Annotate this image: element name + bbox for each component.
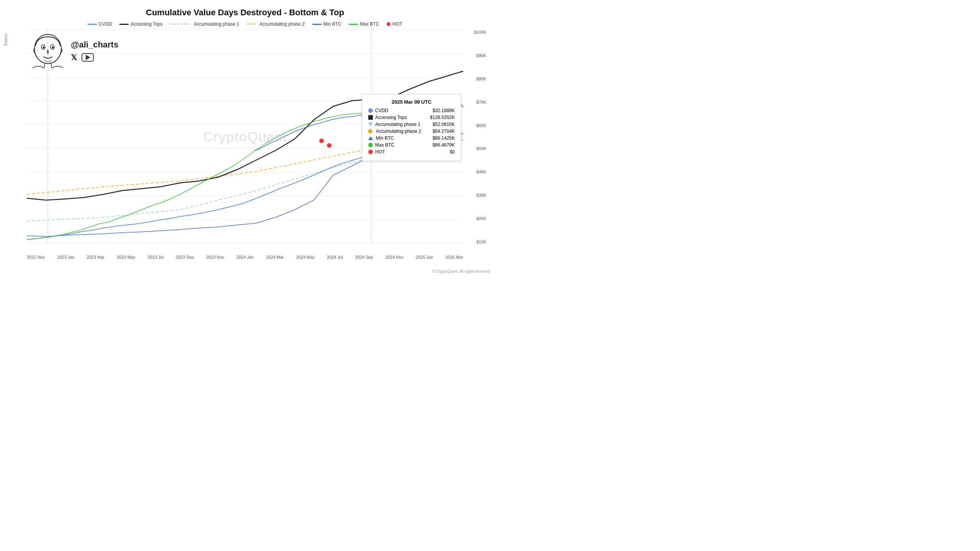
tooltip-value-accessing-tops: $128.5352K <box>430 115 455 120</box>
x-label-14: 2025 Mar <box>445 255 463 259</box>
tooltip-icon-min-btc <box>368 136 373 140</box>
x-label-2: 2023 Mar <box>87 255 105 259</box>
x-label-11: 2024 Sep <box>355 255 373 259</box>
x-label-1: 2023 Jan <box>57 255 74 259</box>
tooltip-value-acc-phase2: $84.2704K <box>433 129 455 134</box>
chart-area: Bottom $100K $90K $80K $70K $60K $50K $4… <box>27 30 463 244</box>
tooltip-row-cvdd: CVDD $32.1888K <box>368 108 455 113</box>
legend-min-btc: Min BTC <box>312 21 341 27</box>
tooltip-label-max-btc: Max BTC <box>375 142 394 148</box>
y-axis-right: $100K $90K $80K $70K $60K $50K $40K $30K… <box>474 30 486 244</box>
tooltip-label-acc-phase1: Accumulating phase 1 <box>375 122 420 127</box>
tooltip-row-hot: HOT $0 <box>368 149 455 155</box>
tooltip-label-cvdd: CVDD <box>375 108 388 113</box>
tooltip-row-acc-phase2: Accumulating phase 2 $84.2704K <box>368 129 455 134</box>
x-label-12: 2024 Nov <box>385 255 403 259</box>
tooltip-box: 2025 Mar 09 UTC CVDD $32.1888K Accessing… <box>362 94 461 161</box>
tooltip-icon-max-btc <box>368 143 373 147</box>
copyright-text: © CryptoQuant. All rights reserved <box>432 269 490 274</box>
x-label-0: 2022 Nov <box>27 255 45 259</box>
legend-max-btc: Max BTC <box>349 21 379 27</box>
x-label-7: 2024 Jan <box>237 255 254 259</box>
x-icon: 𝕏 <box>71 53 77 62</box>
tooltip-icon-hot <box>368 150 373 154</box>
play-icon <box>86 55 90 60</box>
tooltip-value-hot: $0 <box>450 149 455 155</box>
svg-line-20 <box>44 64 45 68</box>
svg-point-15 <box>34 34 61 64</box>
tooltip-label-acc-phase2: Accumulating phase 2 <box>376 129 421 134</box>
tooltip-value-acc-phase1: $52.0815K <box>433 122 455 127</box>
x-axis: 2022 Nov 2023 Jan 2023 Mar 2023 May 2023… <box>27 255 463 259</box>
tooltip-label-accessing-tops: Accessing Tops <box>375 115 407 120</box>
tooltip-row-max-btc: Max BTC $86.4679K <box>368 142 455 148</box>
x-label-8: 2024 Mar <box>266 255 284 259</box>
legend-acc-phase1: Accumulating phase 1 <box>170 21 239 27</box>
x-label-3: 2023 May <box>117 255 135 259</box>
avatar-area: @ali_charts 𝕏 <box>29 34 118 68</box>
avatar-illustration <box>29 34 67 68</box>
tooltip-title: 2025 Mar 09 UTC <box>368 99 455 105</box>
legend-acc-phase2: Accumulating phase 2 <box>247 21 305 27</box>
legend-cvdd: CVDD <box>88 21 112 27</box>
tooltip-value-min-btc: $86.1425K <box>433 135 455 141</box>
svg-point-18 <box>43 47 45 49</box>
username: @ali_charts <box>71 40 118 50</box>
tooltip-row-accessing-tops: Accessing Tops $128.5352K <box>368 115 455 120</box>
tooltip-icon-acc-phase2 <box>368 129 373 134</box>
legend: CVDD Accessing Tops Accumulating phase 1… <box>27 21 463 27</box>
tooltip-icon-accessing-tops <box>368 115 373 120</box>
tooltip-value-max-btc: $86.4679K <box>433 142 455 148</box>
x-label-5: 2023 Sep <box>176 255 194 259</box>
youtube-icon <box>82 53 94 62</box>
chart-title: Cumulative Value Days Destroyed - Bottom… <box>27 8 463 18</box>
tooltip-value-cvdd: $32.1888K <box>433 108 455 113</box>
tooltip-label-hot: HOT <box>375 149 385 155</box>
avatar-info: @ali_charts 𝕏 <box>71 40 118 62</box>
bottom-label: Bottom <box>4 34 8 46</box>
tooltip-label-min-btc: Min BTC <box>376 135 394 141</box>
legend-accessing-tops: Accessing Tops <box>119 21 162 27</box>
tooltip-row-acc-phase1: Accumulating phase 1 $52.0815K <box>368 122 455 127</box>
legend-hot: HOT <box>387 21 402 27</box>
tooltip-icon-acc-phase1 <box>368 122 373 126</box>
tooltip-row-min-btc: Min BTC $86.1425K <box>368 135 455 141</box>
svg-point-12 <box>319 139 324 143</box>
svg-line-21 <box>51 64 52 68</box>
svg-point-13 <box>327 143 332 148</box>
x-label-4: 2023 Jul <box>148 255 164 259</box>
x-label-13: 2025 Jan <box>416 255 433 259</box>
x-label-10: 2024 Jul <box>327 255 343 259</box>
tooltip-icon-cvdd <box>368 108 373 113</box>
social-icons: 𝕏 <box>71 53 118 62</box>
svg-point-19 <box>52 47 54 49</box>
x-label-6: 2023 Nov <box>206 255 224 259</box>
chart-container: Cumulative Value Days Destroyed - Bottom… <box>0 0 490 276</box>
x-label-9: 2024 May <box>296 255 315 259</box>
